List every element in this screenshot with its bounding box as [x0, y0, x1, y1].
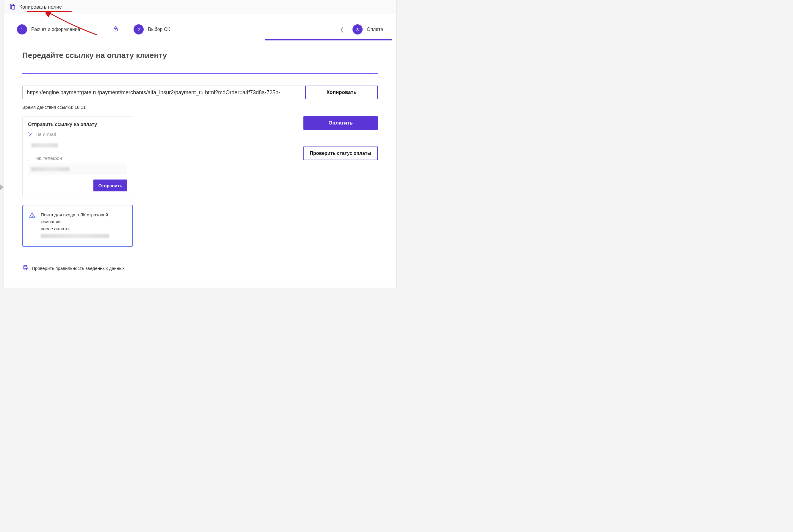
collapsed-panel-arrow[interactable] [0, 184, 4, 190]
step-1-num: 1 [17, 24, 27, 35]
phone-checkbox-label: на телефон [36, 156, 62, 161]
check-status-button[interactable]: Проверить статус оплаты [303, 147, 378, 160]
copy-policy-link[interactable]: Копировать полис [19, 4, 61, 10]
svg-point-4 [32, 216, 33, 217]
step-3[interactable]: 3 Оплата [352, 24, 383, 35]
send-button[interactable]: Отправить [93, 179, 127, 191]
verify-data-link[interactable]: Проверить правильность введённых данных [22, 265, 378, 272]
countdown-time: 18:11 [75, 104, 86, 110]
countdown-prefix: Время действия ссылки: [22, 104, 75, 110]
step-2-label: Выбор СК [148, 27, 170, 32]
send-link-title: Отправить ссылку на оплату [28, 122, 127, 127]
email-checkbox[interactable]: ✓ [28, 132, 33, 137]
chevron-left-icon[interactable]: ❮ [340, 26, 344, 33]
step-2[interactable]: 2 Выбор СК [133, 24, 170, 35]
blurred-email-value [31, 143, 58, 147]
info-line-2: после оплаты: [41, 225, 126, 232]
verify-data-label: Проверить правильность введённых данных [32, 266, 125, 271]
step-1[interactable]: 1 Расчет и оформление [17, 24, 80, 35]
annotation-underline [27, 11, 72, 12]
payment-link-row: Копировать [22, 86, 378, 99]
email-input[interactable] [28, 140, 127, 151]
pay-button[interactable]: Оплатить [303, 116, 378, 130]
phone-input[interactable] [28, 164, 127, 175]
topbar: Копировать полис [4, 0, 396, 14]
warning-icon [29, 212, 35, 240]
page-shell: Копировать полис 1 Расчет и оформление 2… [4, 0, 396, 288]
email-checkbox-label: на e-mail [36, 132, 56, 137]
info-line-1: Почта для входа в ЛК страховой компании [41, 211, 126, 225]
main-card: 1 Расчет и оформление 2 Выбор СК ❮ 3 Опл… [8, 19, 392, 284]
svg-point-2 [116, 30, 116, 30]
info-box: Почта для входа в ЛК страховой компании … [22, 205, 133, 247]
step-1-label: Расчет и оформление [31, 27, 80, 32]
active-step-indicator [265, 39, 392, 40]
step-2-num: 2 [133, 24, 144, 35]
page-title: Передайте ссылку на оплату клиенту [22, 51, 378, 60]
copy-icon [9, 3, 16, 11]
send-link-box: Отправить ссылку на оплату ✓ на e-mail ✓… [22, 116, 133, 197]
link-countdown: Время действия ссылки: 18:11 [22, 104, 378, 110]
stepper: 1 Расчет и оформление 2 Выбор СК ❮ 3 Опл… [8, 19, 392, 40]
blurred-login-email [41, 234, 109, 238]
payment-link-input[interactable] [22, 86, 306, 99]
phone-checkbox[interactable]: ✓ [28, 156, 33, 161]
step-3-label: Оплата [367, 27, 383, 32]
content-area: Передайте ссылку на оплату клиенту Копир… [8, 40, 392, 284]
divider [22, 73, 378, 74]
copy-link-button[interactable]: Копировать [305, 86, 378, 99]
step-3-num: 3 [352, 24, 363, 35]
svg-rect-0 [11, 5, 15, 9]
print-icon [22, 265, 28, 272]
lock-icon [113, 26, 119, 33]
blurred-phone-value [31, 167, 70, 171]
